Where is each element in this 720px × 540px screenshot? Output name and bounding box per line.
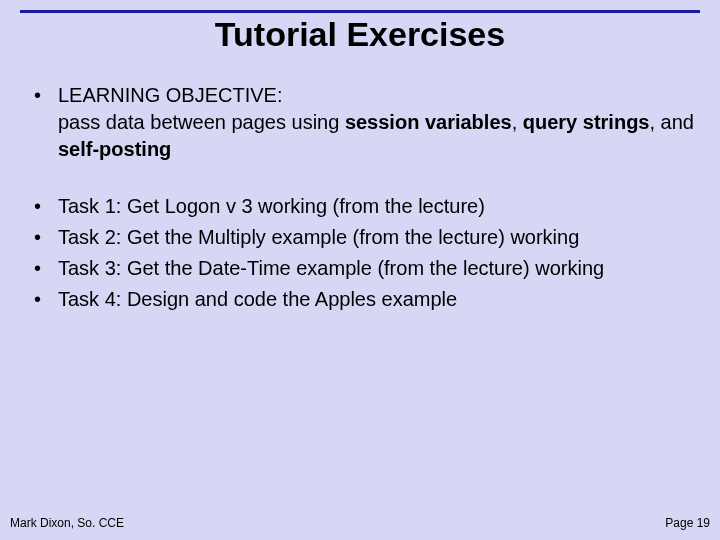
slide-title: Tutorial Exercises	[18, 15, 702, 54]
objective-item: LEARNING OBJECTIVE: pass data between pa…	[28, 82, 702, 163]
bullet-list: LEARNING OBJECTIVE: pass data between pa…	[28, 82, 702, 163]
objective-bold-2: query strings	[523, 111, 650, 133]
task-item-4: Task 4: Design and code the Apples examp…	[28, 286, 702, 313]
objective-text-a: pass data between pages using	[58, 111, 345, 133]
task-item-3: Task 3: Get the Date-Time example (from …	[28, 255, 702, 282]
objective-bold-3: self-posting	[58, 138, 171, 160]
task-item-1: Task 1: Get Logon v 3 working (from the …	[28, 193, 702, 220]
spacer	[28, 167, 702, 193]
title-rule	[20, 10, 700, 13]
slide-content: LEARNING OBJECTIVE: pass data between pa…	[18, 82, 702, 313]
objective-sep-1: ,	[512, 111, 523, 133]
objective-sep-2: , and	[649, 111, 693, 133]
footer: Mark Dixon, So. CCE Page 19	[10, 516, 710, 530]
task-list: Task 1: Get Logon v 3 working (from the …	[28, 193, 702, 313]
footer-page: Page 19	[665, 516, 710, 530]
task-item-2: Task 2: Get the Multiply example (from t…	[28, 224, 702, 251]
footer-author: Mark Dixon, So. CCE	[10, 516, 124, 530]
objective-label: LEARNING OBJECTIVE:	[58, 84, 283, 106]
objective-bold-1: session variables	[345, 111, 512, 133]
